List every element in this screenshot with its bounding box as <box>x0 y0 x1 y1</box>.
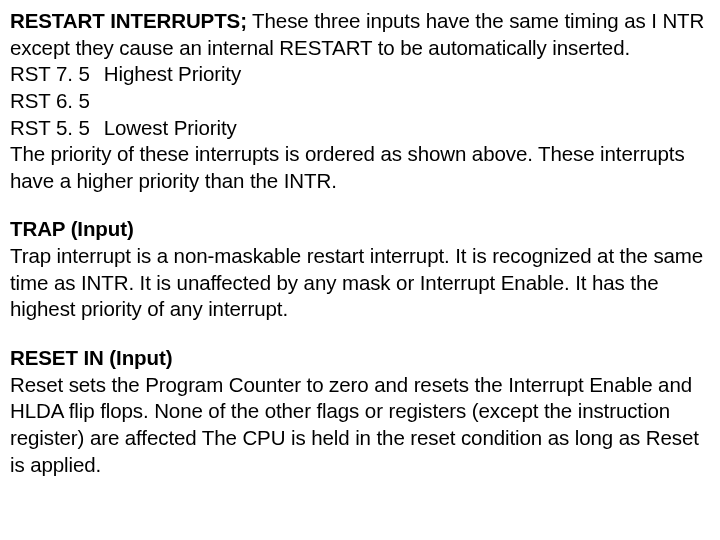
rst-55-label: RST 5. 5 <box>10 115 90 142</box>
rst-65-label: RST 6. 5 <box>10 88 710 115</box>
rst-75-row: RST 7. 5 Highest Priority <box>10 61 710 88</box>
restart-interrupts-section: RESTART INTERRUPTS; These three inputs h… <box>10 8 710 194</box>
rst-55-row: RST 5. 5 Lowest Priority <box>10 115 710 142</box>
reset-in-title: RESET IN (Input) <box>10 345 710 372</box>
reset-in-text: Reset sets the Program Counter to zero a… <box>10 372 710 479</box>
restart-interrupts-title: RESTART INTERRUPTS; <box>10 9 247 32</box>
rst-75-label: RST 7. 5 <box>10 61 90 88</box>
rst-55-priority: Lowest Priority <box>104 115 237 142</box>
rst-75-priority: Highest Priority <box>104 61 241 88</box>
trap-text: Trap interrupt is a non-maskable restart… <box>10 243 710 323</box>
trap-title: TRAP (Input) <box>10 216 710 243</box>
trap-section: TRAP (Input) Trap interrupt is a non-mas… <box>10 216 710 323</box>
restart-priority-note: The priority of these interrupts is orde… <box>10 141 710 194</box>
reset-in-section: RESET IN (Input) Reset sets the Program … <box>10 345 710 478</box>
